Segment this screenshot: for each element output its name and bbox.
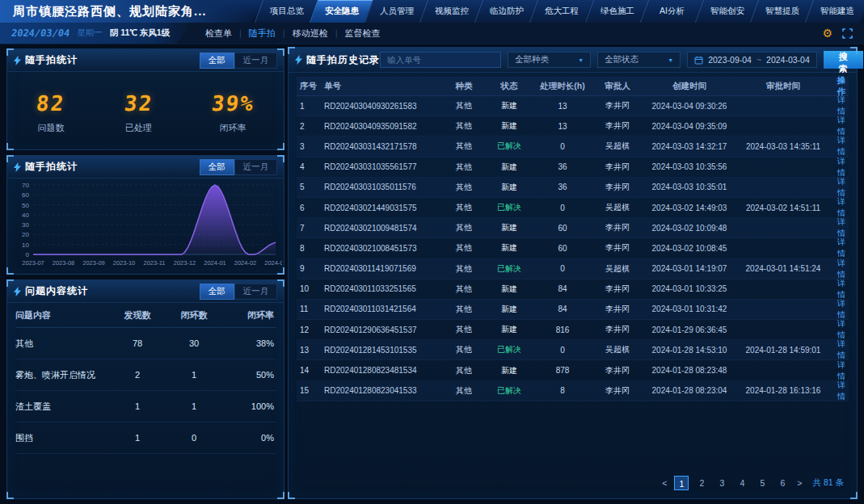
history-table-cell: RD202403040935091582 <box>324 122 442 131</box>
history-table-cell: RD202403011419071569 <box>324 264 442 273</box>
detail-link[interactable]: 详情 <box>830 380 845 402</box>
detail-link[interactable]: 详情 <box>830 156 845 178</box>
nav-tab-2[interactable]: 安全隐患 <box>310 0 373 23</box>
history-table-cell: 8 <box>533 386 592 395</box>
history-table-cell: 7 <box>300 224 324 233</box>
detail-link[interactable]: 详情 <box>830 359 845 382</box>
content-table-row: 围挡100% <box>15 422 276 454</box>
nav-tab-4[interactable]: 视频监控 <box>419 0 483 23</box>
fullscreen-icon[interactable] <box>842 28 853 39</box>
history-table-cell: 李井冈 <box>592 222 643 233</box>
history-table-cell: 新建 <box>486 100 533 111</box>
svg-text:60: 60 <box>22 191 29 199</box>
history-table-header: 种类 <box>442 81 486 92</box>
svg-text:50: 50 <box>22 202 29 209</box>
detail-link[interactable]: 详情 <box>830 237 845 259</box>
filter-button[interactable]: 全部 <box>200 284 234 300</box>
history-table-cell: 其他 <box>442 242 486 254</box>
subnav-item[interactable]: 检查单 <box>205 27 232 40</box>
history-table-cell: 李井冈 <box>592 324 643 335</box>
history-table-cell: 0 <box>533 204 592 212</box>
subnav-item[interactable]: 随手拍 <box>249 27 276 40</box>
filter-button[interactable]: 近一月 <box>234 159 278 175</box>
main-nav-tabs: 项目总览安全隐患人员管理视频监控临边防护危大工程绿色施工AI分析智能创安智慧提质… <box>259 0 864 23</box>
date-range-picker[interactable]: 2023-09-04 ~ 2024-03-04 <box>687 52 817 68</box>
type-filter-value: 全部种类 <box>515 54 549 65</box>
history-table-cell: 2024-03-01 14:19:07 <box>643 264 736 273</box>
corner-decoration <box>277 143 284 150</box>
detail-link[interactable]: 详情 <box>830 216 845 239</box>
subnav-item[interactable]: 监督检查 <box>345 27 381 40</box>
nav-tab-11[interactable]: 智能建造 <box>805 0 864 23</box>
detail-link[interactable]: 详情 <box>830 196 845 219</box>
content-table-cell: 1 <box>109 433 166 443</box>
history-table-cell: 其他 <box>442 344 486 355</box>
nav-tab-8[interactable]: AI分析 <box>640 0 703 23</box>
history-table-cell: 李井冈 <box>592 242 643 254</box>
detail-link[interactable]: 详情 <box>830 135 845 158</box>
corner-decoration <box>6 143 14 150</box>
history-table-cell: 84 <box>533 284 592 293</box>
status-filter-select[interactable]: 全部状态 ▼ <box>597 52 681 68</box>
detail-link[interactable]: 详情 <box>830 298 845 321</box>
corner-decoration <box>6 279 14 287</box>
gear-icon[interactable]: ⚙ <box>822 27 832 39</box>
history-table-cell: 60 <box>533 224 592 233</box>
sub-top-bar: 2024/03/04 星期一 阴 11℃ 东风1级 检查单|随手拍|移动巡检|监… <box>0 23 864 44</box>
filter-button[interactable]: 全部 <box>200 159 234 175</box>
top-header: 周市镇腰泾路西侧、规划陆家角... 项目总览安全隐患人员管理视频监控临边防护危大… <box>0 0 864 23</box>
filter-button[interactable]: 近一月 <box>234 52 278 69</box>
pagination-page[interactable]: 4 <box>735 476 749 490</box>
content-table-cell: 0 <box>166 433 222 443</box>
history-table-cell: 2024-01-28 08:23:04 <box>643 386 736 395</box>
issue-content-table: 问题内容发现数闭环数闭环率其他783038%雾炮、喷淋开启情况2150%渣土覆盖… <box>7 303 284 454</box>
pagination-page[interactable]: 6 <box>775 476 790 490</box>
history-table-cell: RD202401281453101535 <box>324 346 442 355</box>
history-table-cell: 新建 <box>486 324 533 335</box>
pagination-page[interactable]: 2 <box>694 476 709 490</box>
history-table-cell: RD202403031432171578 <box>324 142 442 151</box>
trend-area-chart: 0102030405060702023-072023-082023-092023… <box>7 178 284 279</box>
nav-tab-1[interactable]: 项目总览 <box>255 0 318 23</box>
detail-link[interactable]: 详情 <box>830 278 845 300</box>
corner-decoration <box>6 492 14 499</box>
corner-decoration <box>6 155 14 162</box>
pagination-page[interactable]: 1 <box>674 476 689 490</box>
nav-tab-7[interactable]: 绿色施工 <box>584 0 647 23</box>
detail-link[interactable]: 详情 <box>830 258 845 280</box>
history-table-cell: 其他 <box>442 202 486 213</box>
history-table-cell: 13 <box>533 102 592 111</box>
detail-link[interactable]: 详情 <box>830 94 845 117</box>
nav-tab-5[interactable]: 临边防护 <box>474 0 537 23</box>
panel-header: 问题内容统计 全部近一月 <box>7 280 284 303</box>
history-table-cell: 李井冈 <box>592 385 643 397</box>
detail-link[interactable]: 详情 <box>830 115 845 137</box>
filter-button[interactable]: 全部 <box>200 52 234 69</box>
subnav-item[interactable]: 移动巡检 <box>293 27 328 40</box>
pagination-page[interactable]: 5 <box>755 476 769 490</box>
content-table-cell: 其他 <box>15 338 109 350</box>
detail-link[interactable]: 详情 <box>830 338 845 361</box>
nav-tab-6[interactable]: 危大工程 <box>529 0 592 23</box>
corner-decoration <box>288 47 295 54</box>
filter-toggle: 全部近一月 <box>200 284 278 300</box>
nav-tab-label: 智慧提质 <box>765 6 799 17</box>
pagination-next[interactable]: > <box>795 478 803 488</box>
nav-tab-3[interactable]: 人员管理 <box>365 0 428 23</box>
nav-tab-9[interactable]: 智能创安 <box>695 0 758 23</box>
pagination-page[interactable]: 3 <box>714 476 729 490</box>
filter-button[interactable]: 近一月 <box>234 284 278 300</box>
content-table-cell: 1 <box>109 401 166 411</box>
detail-link[interactable]: 详情 <box>830 176 845 199</box>
dashboard-app: 周市镇腰泾路西侧、规划陆家角... 项目总览安全隐患人员管理视频监控临边防护危大… <box>0 0 864 504</box>
corner-decoration <box>850 492 858 499</box>
order-number-search-input[interactable] <box>380 52 501 68</box>
panel-title: 随手拍统计 <box>25 53 78 67</box>
content-table-header: 闭环数 <box>166 309 222 321</box>
nav-tab-10[interactable]: 智慧提质 <box>750 0 813 23</box>
detail-link[interactable]: 详情 <box>830 318 845 341</box>
type-filter-select[interactable]: 全部种类 ▼ <box>508 52 591 68</box>
corner-decoration <box>850 47 858 54</box>
pagination-prev[interactable]: < <box>660 478 668 488</box>
history-table-cell: 其他 <box>442 222 486 233</box>
